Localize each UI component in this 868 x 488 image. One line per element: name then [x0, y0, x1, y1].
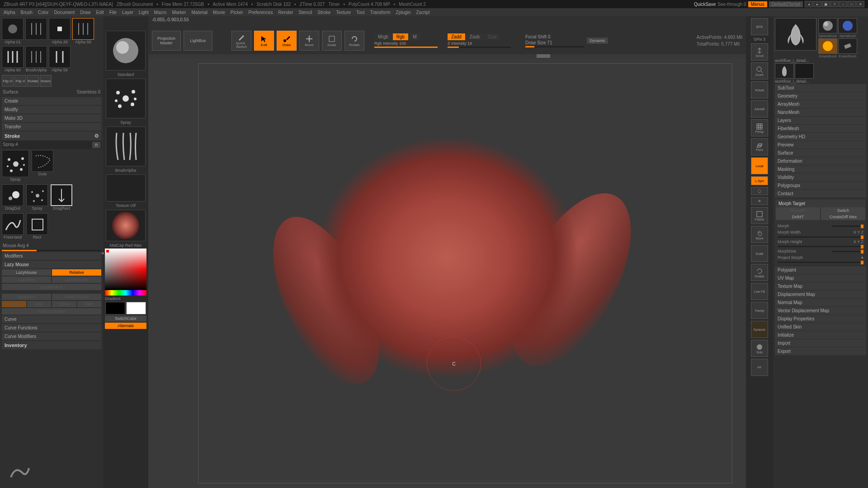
color-picker[interactable] — [105, 249, 146, 290]
seethrough-slider[interactable]: See-through 0 — [717, 2, 746, 7]
invert-button[interactable]: Invers — [40, 75, 52, 87]
scale-button[interactable]: Scale — [322, 31, 342, 51]
color-triangle-icon[interactable]: ◂ — [101, 250, 104, 255]
lock-button[interactable]: ◯ — [751, 187, 768, 195]
unifiedskin-section[interactable]: Unified Skin — [775, 323, 866, 331]
menu-draw[interactable]: Draw — [80, 10, 90, 15]
rail-scale-button[interactable]: Scale — [751, 245, 768, 262]
geometryhd-section[interactable]: Geometry HD — [775, 133, 866, 141]
scroll-button[interactable]: Scroll — [751, 43, 768, 61]
tool-alpha-thumb[interactable] — [838, 18, 857, 33]
swatch-black[interactable] — [105, 302, 125, 314]
inventory-header[interactable]: Inventory — [2, 341, 101, 349]
draw-button[interactable]: Draw — [277, 31, 297, 51]
menu-texture[interactable]: Texture — [336, 10, 351, 15]
aahalf-button[interactable]: AAHalf — [751, 100, 768, 117]
sculpt-model[interactable] — [255, 115, 639, 432]
layers-section[interactable]: Layers — [775, 117, 866, 124]
lightbox-button[interactable]: LightBox — [184, 31, 212, 51]
stroke-dragdot-thumb[interactable] — [2, 184, 24, 206]
stroke-dragrect-thumb[interactable] — [51, 184, 72, 206]
menu-light[interactable]: Light — [139, 10, 149, 15]
tool-extra2-thumb[interactable] — [795, 63, 814, 79]
focal-shift-slider[interactable]: Focal Shift 0 — [525, 34, 551, 39]
menu-alpha[interactable]: Alpha — [4, 10, 15, 15]
tool-sphere-thumb[interactable] — [818, 18, 837, 33]
menu-picker[interactable]: Picker — [231, 10, 243, 15]
delmt-button[interactable]: DelMT — [776, 214, 820, 220]
tool-extra1-thumb[interactable] — [775, 63, 794, 79]
rotate-button[interactable]: Rotate — [344, 31, 364, 51]
alpha-thumb[interactable] — [49, 46, 71, 68]
lazysmooth-slider[interactable]: LazySmooth — [52, 277, 101, 283]
alpha-preview-thumb[interactable] — [106, 127, 146, 166]
swatch-white[interactable] — [126, 302, 146, 314]
menu-file[interactable]: File — [109, 10, 117, 15]
morphtarget-header[interactable]: Morph Target — [776, 200, 865, 207]
menu-preferences[interactable]: Preferences — [249, 10, 273, 15]
hue-strip[interactable] — [105, 290, 146, 296]
flip-v-button[interactable]: Flip V — [14, 75, 26, 87]
edit-button[interactable]: Edit — [254, 31, 274, 51]
flip-h-button[interactable]: Flip H — [2, 75, 14, 87]
alpha-thumb[interactable] — [49, 18, 71, 40]
zcut-button[interactable]: Zcut — [484, 33, 500, 40]
stroke-spray2-thumb[interactable] — [26, 184, 48, 206]
tool-simple-thumb[interactable] — [818, 38, 837, 54]
draw-size-slider[interactable]: Draw Size 71 — [525, 40, 552, 45]
tool-current-thumb[interactable] — [775, 18, 816, 51]
mrgb-button[interactable]: Mrgb — [374, 33, 392, 40]
dynamic-rail-button[interactable]: Dynamic — [751, 321, 768, 338]
win-next-icon[interactable]: ▸ — [813, 1, 821, 7]
seamless-slider[interactable]: Seamless 0 — [77, 89, 100, 94]
uvmap-section[interactable]: UV Map — [775, 274, 866, 282]
zadd-button[interactable]: Zadd — [448, 33, 465, 40]
stroke-dots-thumb[interactable] — [32, 150, 53, 172]
polypaint-section[interactable]: Polypaint — [775, 266, 866, 274]
zoom-button[interactable]: Zoom — [751, 62, 768, 80]
stroke-freehand-thumb[interactable] — [2, 213, 24, 235]
texture-thumb[interactable] — [106, 174, 146, 202]
surface-section[interactable]: Surface — [775, 149, 866, 157]
subtool-section[interactable]: SubTool — [775, 84, 866, 92]
preview-section[interactable]: Preview — [775, 141, 866, 149]
m-button[interactable]: M — [409, 33, 420, 40]
rail-rotate-button[interactable]: Rotate — [751, 264, 768, 281]
curvemod-section[interactable]: Curve Modifiers — [2, 333, 101, 340]
menu-marker[interactable]: Marker — [172, 10, 186, 15]
rgb-button[interactable]: Rgb — [393, 33, 408, 40]
line-button[interactable]: Line — [27, 301, 52, 307]
menu-material[interactable]: Material — [192, 10, 208, 15]
projection-master-button[interactable]: Projection Master — [152, 31, 181, 51]
rotate-button[interactable]: Rotate — [27, 75, 39, 87]
alpha-thumb[interactable] — [2, 18, 24, 40]
backtrack-button[interactable]: Backtrack — [2, 294, 51, 300]
collapse-icon[interactable]: ⊙ — [94, 133, 99, 139]
document-scrollbar[interactable] — [148, 54, 746, 59]
morphw-xyz[interactable]: X Y Z — [854, 230, 863, 235]
lsym-button[interactable]: L.Sym — [751, 176, 768, 185]
defaultscript-button[interactable]: DefaultZScript — [769, 1, 803, 7]
linefill-button[interactable]: Line Fill — [751, 283, 768, 300]
menu-movie[interactable]: Movie — [213, 10, 225, 15]
creatediff-button[interactable]: CreateDiff Mes — [821, 214, 865, 220]
displayprops-section[interactable]: Display Properties — [775, 315, 866, 323]
mouse-avg-slider[interactable]: Mouse Avg 4 — [2, 242, 101, 249]
alpha-thumb-selected[interactable] — [72, 18, 94, 40]
create-section[interactable]: Create — [2, 97, 101, 105]
alpha-thumb[interactable] — [2, 46, 24, 68]
switch-button[interactable]: Switch — [821, 207, 865, 214]
viewport[interactable] — [148, 59, 746, 488]
lazyradius-slider[interactable]: LazyRadius — [2, 284, 101, 290]
deformation-section[interactable]: Deformation — [775, 157, 866, 165]
menus-toggle[interactable]: Menus — [748, 1, 767, 7]
alpha-thumb[interactable] — [25, 18, 47, 40]
modifiers-section[interactable]: Modifiers — [2, 252, 101, 260]
transfer-section[interactable]: Transfer — [2, 123, 101, 131]
lazymouse-button[interactable]: LazyMouse — [2, 269, 51, 276]
quicksave-button[interactable]: QuickSave — [694, 2, 716, 7]
menu-zscript[interactable]: Zscript — [416, 10, 429, 15]
modify-section[interactable]: Modify — [2, 106, 101, 113]
switchcolor-button[interactable]: SwitchColor — [105, 315, 146, 322]
storemt-button[interactable]: StoreMT — [776, 207, 820, 214]
